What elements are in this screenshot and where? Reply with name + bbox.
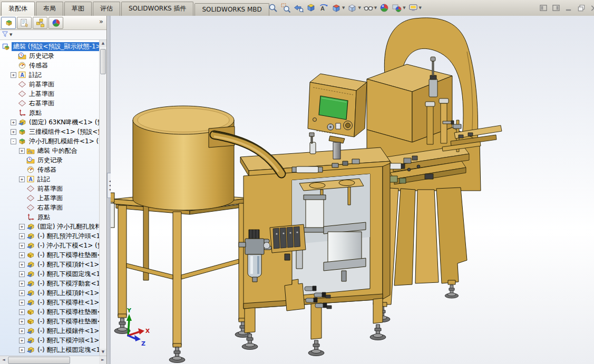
tree-item[interactable]: 原點	[0, 212, 100, 222]
panel-button[interactable]	[313, 118, 317, 122]
vertical-scroll-thumb[interactable]	[100, 49, 106, 74]
dropdown-caret-icon[interactable]: ▼	[358, 6, 361, 10]
3d-drawing-view-button[interactable]: A	[317, 2, 330, 14]
tree-expander[interactable]: +	[11, 129, 16, 135]
tree-expander[interactable]: +	[19, 271, 25, 277]
command-tab[interactable]: 评估	[93, 2, 120, 16]
tree-item[interactable]: +(固定) 63KN啤機<1> (預設	[0, 117, 100, 127]
tree-item[interactable]: 總裝 (預設<預設_顯示狀態-1>	[0, 42, 100, 51]
tree-item[interactable]: +(-) 翻孔下模導柱墊圈<3	[0, 317, 100, 326]
leveling-foot[interactable]	[308, 340, 324, 356]
leveling-foot[interactable]	[445, 285, 459, 298]
tree-item[interactable]: 原點	[0, 108, 100, 117]
tree-expander[interactable]: +	[19, 328, 25, 334]
close-button[interactable]	[590, 4, 594, 12]
tree-item[interactable]: 历史记录	[0, 155, 100, 165]
graphics-viewport[interactable]: Y X Z	[111, 16, 594, 364]
scroll-down-button[interactable]: ▼	[100, 349, 106, 356]
tree-item[interactable]: +(-) 翻孔上模鑲件<1> (預	[0, 326, 100, 336]
tree-item[interactable]: +(-) 翻孔下模導柱<1> (預	[0, 298, 100, 307]
tree-item[interactable]: -沖小孔翻孔模組件<1> (預設	[0, 136, 100, 146]
tree-expander[interactable]: +	[19, 347, 25, 353]
control-panel[interactable]	[308, 74, 367, 159]
zoom-area-button[interactable]	[279, 2, 292, 14]
edge-part-sliver[interactable]	[111, 193, 114, 228]
bowl-feeder-hopper[interactable]	[133, 106, 235, 210]
vertical-scrollbar[interactable]: ▲ ▼	[99, 40, 106, 356]
panel-splitter[interactable]: ◂ ◂ ◂	[107, 16, 111, 364]
tree-item[interactable]: +A註記	[0, 70, 100, 80]
tree-item[interactable]: +三撞模组件<1> (預設<預設	[0, 127, 100, 136]
leveling-foot[interactable]	[370, 324, 386, 340]
tree-expander[interactable]: +	[19, 300, 25, 306]
tree-item[interactable]: +(-) 翻孔上模頂針<1> (預	[0, 288, 100, 298]
tree-item[interactable]: +(-) 翻孔上模固定塊<1>	[0, 345, 100, 355]
panel-overflow-button[interactable]: »	[99, 17, 103, 25]
tree-expander[interactable]: +	[19, 262, 25, 268]
edit-appearance-button[interactable]	[378, 2, 391, 14]
tree-expander[interactable]: -	[11, 139, 16, 144]
minimize-button[interactable]	[565, 4, 573, 12]
tree-item[interactable]: +(-) 沖小孔下模<1> (預設	[0, 241, 100, 250]
tree-item[interactable]: 右基準面	[0, 99, 100, 108]
display-style-button[interactable]: ▼	[346, 2, 362, 14]
tree-expander[interactable]: +	[19, 148, 25, 154]
horizontal-scroll-thumb[interactable]	[8, 357, 70, 364]
tree-expander[interactable]: +	[19, 243, 25, 249]
displaymanager-tab[interactable]	[48, 17, 63, 29]
tree-expander[interactable]: +	[19, 319, 25, 324]
filter-dropdown-caret[interactable]: ▼	[9, 33, 12, 37]
horizontal-scrollbar[interactable]: ◄ ►	[0, 356, 106, 364]
tree-item[interactable]: +(-) 翻孔下模導柱墊圈<1	[0, 250, 100, 260]
propertymanager-tab[interactable]	[17, 17, 32, 29]
leveling-foot[interactable]	[169, 347, 185, 363]
scroll-right-button[interactable]: ►	[99, 356, 106, 364]
tree-item[interactable]: +A註記	[0, 174, 100, 184]
pane-left-button[interactable]	[540, 4, 548, 12]
hide-show-items-button[interactable]: ▼	[362, 2, 378, 14]
featuremanager-tree-tab[interactable]	[1, 17, 16, 29]
tree-expander[interactable]: +	[11, 120, 16, 125]
section-view-button[interactable]	[305, 2, 317, 14]
tree-item[interactable]: 传感器	[0, 61, 100, 70]
tree-expander[interactable]: +	[11, 72, 16, 78]
punching-station-frame[interactable]	[239, 133, 390, 356]
tree-expander[interactable]: +	[19, 281, 25, 287]
tree-item[interactable]: 历史记录	[0, 51, 100, 61]
tree-expander[interactable]: +	[19, 176, 25, 182]
scroll-left-button[interactable]: ◄	[0, 356, 7, 364]
tree-item[interactable]: 前基準面	[0, 184, 100, 193]
command-tab[interactable]: 装配体	[1, 2, 35, 16]
command-tab[interactable]: 草图	[64, 2, 92, 16]
tree-item[interactable]: +總裝 中的配合	[0, 146, 100, 155]
tree-expander[interactable]: +	[19, 252, 25, 258]
tree-item[interactable]: 上基準面	[0, 193, 100, 203]
tree-item[interactable]: +(-) 翻孔下模固定塊<1>	[0, 269, 100, 279]
view-orientation-button[interactable]: ▼	[330, 2, 346, 14]
tree-expander[interactable]: +	[19, 224, 25, 230]
tree-expander[interactable]: +	[19, 233, 25, 239]
scroll-up-button[interactable]: ▲	[100, 40, 106, 47]
command-tab[interactable]: SOLIDWORKS MBD	[194, 3, 269, 16]
tree-expander[interactable]: +	[19, 338, 25, 343]
tree-item[interactable]: +(固定) 沖小孔翻孔脫料板	[0, 222, 100, 231]
panel-switch[interactable]	[336, 123, 340, 129]
apply-scene-button[interactable]: ▼	[391, 2, 406, 14]
dropdown-caret-icon[interactable]: ▼	[419, 6, 422, 10]
tree-item[interactable]: 上基準面	[0, 89, 100, 99]
tree-item[interactable]: +(-) 翻孔下模導柱墊圈<2	[0, 307, 100, 317]
pane-right-button[interactable]	[552, 4, 560, 12]
configurationmanager-tab[interactable]	[33, 17, 47, 29]
tree-item[interactable]: 右基準面	[0, 203, 100, 212]
dropdown-caret-icon[interactable]: ▼	[403, 6, 405, 10]
tree-item[interactable]: +(-) 翻孔下模沖頭<1> (預	[0, 336, 100, 345]
tree-item[interactable]: +(-) 翻孔下模頂針<1> (預	[0, 260, 100, 269]
tree-expander[interactable]: +	[19, 309, 25, 315]
tree-item[interactable]: 前基準面	[0, 80, 100, 89]
restore-button[interactable]	[578, 4, 586, 12]
tree-item[interactable]: 传感器	[0, 165, 100, 174]
tree-expander[interactable]: +	[19, 290, 25, 296]
zoom-fit-button[interactable]	[267, 2, 279, 14]
3d-model-view[interactable]: Y X Z	[111, 16, 594, 364]
tree-item[interactable]: +(-) 翻孔下模浮動套<1>	[0, 279, 100, 288]
